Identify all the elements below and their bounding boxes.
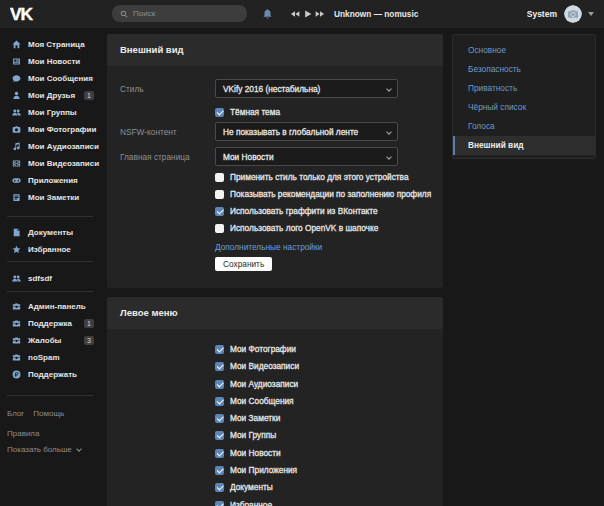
sidebar-item-моя-страница[interactable]: Моя Страница bbox=[0, 36, 107, 53]
sidebar-item-избранное[interactable]: Избранное bbox=[0, 241, 107, 258]
audio-track-label[interactable]: Unknown — nomusic bbox=[334, 9, 418, 19]
user-menu[interactable]: System bbox=[527, 0, 594, 28]
checkbox-использовать-граффити-из-вконтакте[interactable] bbox=[215, 207, 224, 216]
toolbox-icon bbox=[12, 302, 21, 311]
checkbox-использовать-лого-openvk-в-шапочке[interactable] bbox=[215, 224, 224, 233]
settings-nav-item-внешний-вид[interactable]: Внешний вид bbox=[453, 136, 595, 155]
checkbox-row-мои-приложения: Мои Приложения bbox=[215, 466, 430, 475]
sidebar-item-мои-фотографии[interactable]: Мои Фотографии bbox=[0, 121, 107, 138]
checkbox-показывать-рекомендации-по-заполнению-профиля[interactable] bbox=[215, 190, 224, 199]
checkbox-row-применить-стиль-только-для-этого-устройства: Применить стиль только для этого устройс… bbox=[215, 173, 430, 182]
music-icon bbox=[12, 142, 21, 151]
checkbox-row-мои-аудиозаписи: Мои Аудиозаписи bbox=[215, 380, 430, 389]
checkbox-документы[interactable] bbox=[215, 483, 224, 492]
chevron-down-icon bbox=[386, 129, 392, 135]
checkbox-row-использовать-граффити-из-вконтакте: Использовать граффити из ВКонтакте bbox=[215, 207, 430, 216]
sidebar-divider bbox=[7, 395, 93, 396]
checkbox-row-мои-видеозаписи: Мои Видеозаписи bbox=[215, 362, 430, 371]
nsfw-select[interactable]: Не показывать в глобальной ленте bbox=[215, 122, 398, 141]
person-icon bbox=[12, 91, 21, 100]
checkbox-label-мои-группы: Мои Группы bbox=[230, 431, 276, 440]
footer-link-блог[interactable]: Блог bbox=[7, 406, 24, 422]
mainpage-select[interactable]: Мои Новости bbox=[215, 147, 398, 166]
additional-settings-link[interactable]: Дополнительные настройки bbox=[215, 242, 322, 252]
toolbox-icon bbox=[12, 353, 21, 362]
checkbox-применить-стиль-только-для-этого-устройства[interactable] bbox=[215, 173, 224, 182]
checkbox-label-мои-сообщения: Мои Сообщения bbox=[230, 397, 294, 406]
checkbox-row-мои-сообщения: Мои Сообщения bbox=[215, 397, 430, 406]
star-icon bbox=[12, 245, 21, 254]
checkbox-label-использовать-граффити-из-вконтакте: Использовать граффити из ВКонтакте bbox=[230, 207, 378, 216]
settings-nav-item-чёрный-список[interactable]: Чёрный список bbox=[453, 98, 595, 117]
checkbox-мои-аудиозаписи[interactable] bbox=[215, 380, 224, 389]
checkbox-row-мои-новости: Мои Новости bbox=[215, 449, 430, 458]
checkbox-label-избранное: Избранное bbox=[230, 501, 272, 506]
checkbox-мои-новости[interactable] bbox=[215, 449, 224, 458]
nsfw-select-value: Не показывать в глобальной ленте bbox=[223, 127, 358, 137]
show-more-link[interactable]: Показать больше bbox=[7, 442, 72, 458]
sidebar-item-поддержка[interactable]: Поддержка 1 bbox=[0, 315, 107, 332]
sidebar-item-документы[interactable]: Документы bbox=[0, 224, 107, 241]
sidebar-item-мои-группы[interactable]: Мои Группы bbox=[0, 104, 107, 121]
checkbox-мои-заметки[interactable] bbox=[215, 414, 224, 423]
count-badge: 1 bbox=[84, 91, 94, 100]
chevron-down-icon bbox=[76, 446, 82, 452]
checkbox-мои-приложения[interactable] bbox=[215, 466, 224, 475]
toolbox-icon bbox=[12, 336, 21, 345]
sidebar-item-админ-панель[interactable]: Админ-панель bbox=[0, 298, 107, 315]
chevron-down-icon bbox=[386, 154, 392, 160]
checkbox-мои-фотографии[interactable] bbox=[215, 345, 224, 354]
mainpage-label: Главная страница bbox=[120, 152, 215, 162]
checkbox-row-документы: Документы bbox=[215, 483, 430, 492]
sidebar-item-мои-аудиозаписи[interactable]: Мои Аудиозаписи bbox=[0, 138, 107, 155]
checkbox-мои-группы[interactable] bbox=[215, 431, 224, 440]
dark-theme-label: Тёмная тема bbox=[230, 108, 280, 117]
note-icon bbox=[12, 193, 21, 202]
sidebar-item-жалобы[interactable]: Жалобы 3 bbox=[0, 332, 107, 349]
doc-icon bbox=[12, 228, 21, 237]
audio-next-icon[interactable] bbox=[315, 9, 325, 19]
settings-nav-item-приватность[interactable]: Приватность bbox=[453, 79, 595, 98]
notifications-bell-icon[interactable] bbox=[262, 8, 273, 20]
checkbox-label-документы: Документы bbox=[230, 483, 273, 492]
settings-nav-item-голоса[interactable]: Голоса bbox=[453, 117, 595, 136]
sidebar-item-sdfsdf[interactable]: sdfsdf bbox=[0, 270, 107, 287]
checkbox-мои-сообщения[interactable] bbox=[215, 397, 224, 406]
audio-previous-icon[interactable] bbox=[290, 9, 300, 19]
sidebar-item-мои-заметки[interactable]: Мои Заметки bbox=[0, 189, 107, 206]
sidebar-item-приложения[interactable]: Приложения bbox=[0, 172, 107, 189]
checkbox-label-использовать-лого-openvk-в-шапочке: Использовать лого OpenVK в шапочке bbox=[230, 224, 378, 233]
style-select[interactable]: VKify 2016 (нестабильна) bbox=[215, 79, 398, 98]
news-icon bbox=[12, 57, 21, 66]
audio-play-icon[interactable] bbox=[303, 9, 313, 19]
save-button[interactable]: Сохранить bbox=[215, 257, 272, 271]
checkbox-мои-видеозаписи[interactable] bbox=[215, 362, 224, 371]
settings-nav: Основное Безопасность Приватность Чёрный… bbox=[452, 34, 596, 159]
main-column: Внешний вид Стиль VKify 2016 (нестабильн… bbox=[107, 34, 443, 506]
settings-nav-item-безопасность[interactable]: Безопасность bbox=[453, 60, 595, 79]
checkbox-label-показывать-рекомендации-по-заполнению-профиля: Показывать рекомендации по заполнению пр… bbox=[230, 190, 431, 199]
search-icon bbox=[120, 10, 128, 18]
search-input[interactable]: Поиск bbox=[112, 5, 247, 22]
sidebar-item-мои-сообщения[interactable]: Мои Сообщения bbox=[0, 70, 107, 87]
footer-link-правила[interactable]: Правила bbox=[7, 426, 39, 442]
sidebar-item-мои-новости[interactable]: Мои Новости bbox=[0, 53, 107, 70]
sidebar-item-поддержать[interactable]: Поддержать bbox=[0, 366, 107, 383]
style-label: Стиль bbox=[120, 84, 215, 94]
appearance-panel-title: Внешний вид bbox=[107, 34, 443, 66]
sidebar-item-мои-друзья[interactable]: Мои Друзья 1 bbox=[0, 87, 107, 104]
checkbox-label-мои-новости: Мои Новости bbox=[230, 449, 281, 458]
sidebar-item-nospam[interactable]: noSpam bbox=[0, 349, 107, 366]
vk-logo[interactable] bbox=[10, 4, 42, 24]
settings-nav-item-основное[interactable]: Основное bbox=[453, 41, 595, 60]
checkbox-row-мои-заметки: Мои Заметки bbox=[215, 414, 430, 423]
dark-theme-checkbox[interactable] bbox=[215, 108, 224, 117]
count-badge: 1 bbox=[84, 319, 94, 328]
sidebar-item-мои-видеозаписи[interactable]: Мои Видеозаписи bbox=[0, 155, 107, 172]
nsfw-label: NSFW-контент bbox=[120, 127, 215, 137]
checkbox-избранное[interactable] bbox=[215, 501, 224, 506]
chat-icon bbox=[12, 74, 21, 83]
ruble-icon bbox=[12, 370, 21, 379]
footer-link-помощь[interactable]: Помощь bbox=[33, 406, 64, 422]
sidebar-divider bbox=[7, 261, 93, 262]
